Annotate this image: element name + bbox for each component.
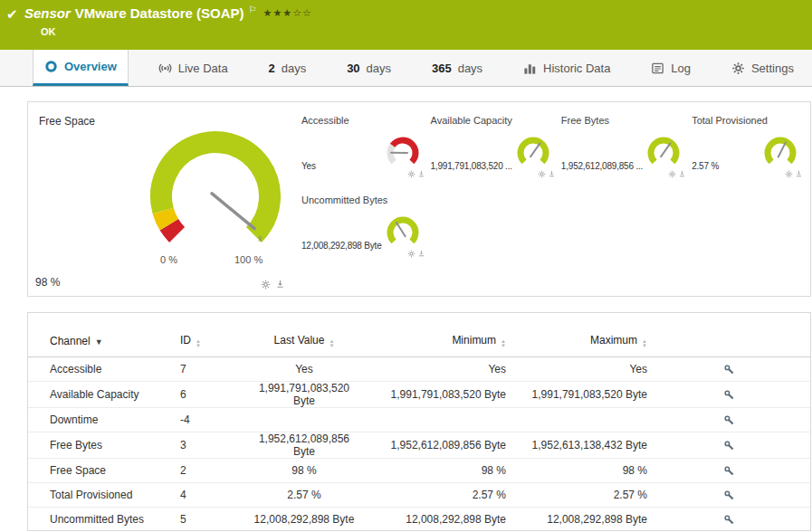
flag-icon[interactable]: ⚐ bbox=[249, 5, 257, 14]
tab-settings[interactable]: Settings bbox=[721, 50, 805, 86]
tab-log[interactable]: Log bbox=[640, 50, 702, 86]
col-label: Last Value bbox=[274, 334, 325, 347]
gauge-settings-icon[interactable] bbox=[538, 170, 546, 178]
gauge-settings-icon bbox=[538, 170, 546, 178]
mini-gauges: Accessible Yes Available Capacity 1,991,… bbox=[300, 102, 810, 296]
pin-icon[interactable] bbox=[417, 250, 425, 258]
channel-settings-icon bbox=[723, 389, 735, 401]
channel-name[interactable]: Free Space bbox=[28, 458, 180, 482]
tab-number: 365 bbox=[432, 62, 452, 75]
channel-maximum: 2.57 % bbox=[506, 482, 647, 507]
channel-minimum bbox=[361, 407, 506, 432]
gauge-settings-icon[interactable] bbox=[407, 250, 416, 258]
channel-settings-icon bbox=[723, 514, 735, 526]
col-header-channel[interactable]: Channel▼ bbox=[28, 326, 180, 356]
channel-settings-button[interactable] bbox=[647, 458, 810, 482]
gauge-value: 98 % bbox=[35, 276, 60, 289]
tile-label: Total Provisioned bbox=[692, 115, 803, 126]
channel-row-uncommitted-bytes[interactable]: Uncommitted Bytes 5 12,008,292,898 Byte … bbox=[28, 507, 810, 531]
tile-value: 1,952,612,089,856 ... bbox=[561, 161, 643, 177]
col-header-last-value[interactable]: Last Value▲▼ bbox=[247, 326, 361, 356]
channel-settings-button[interactable] bbox=[647, 432, 810, 458]
total-provisioned-gauge[interactable] bbox=[759, 134, 803, 177]
channel-settings-button[interactable] bbox=[647, 507, 810, 531]
channel-name[interactable]: Uncommitted Bytes bbox=[28, 507, 180, 531]
object-kind-label: Sensor bbox=[24, 5, 71, 21]
channel-row-available-capacity[interactable]: Available Capacity 6 1,991,791,083,520 B… bbox=[28, 381, 810, 407]
channel-settings-button[interactable] bbox=[647, 381, 810, 407]
channel-name[interactable]: Available Capacity bbox=[28, 381, 180, 407]
uncommitted-bytes-gauge[interactable] bbox=[382, 214, 425, 257]
tile-value: Yes bbox=[301, 161, 382, 177]
pin-icon bbox=[795, 170, 803, 178]
gauge-settings-icon bbox=[407, 250, 416, 258]
pin-icon[interactable] bbox=[275, 280, 285, 290]
channel-row-free-bytes[interactable]: Free Bytes 3 1,952,612,089,856 Byte 1,95… bbox=[28, 432, 810, 458]
priority-stars[interactable]: ★★★☆☆ bbox=[263, 7, 312, 19]
tab-label: Historic Data bbox=[543, 62, 610, 75]
tab-365-days[interactable]: 365days bbox=[421, 50, 493, 86]
tab-live-data[interactable]: Live Data bbox=[148, 50, 239, 86]
tab-historic-data[interactable]: Historic Data bbox=[512, 50, 621, 86]
pin-icon[interactable] bbox=[678, 170, 686, 178]
channel-maximum: 1,952,613,138,432 Byte bbox=[506, 432, 647, 458]
pin-icon[interactable] bbox=[795, 170, 803, 178]
channel-row-total-provisioned[interactable]: Total Provisioned 4 2.57 % 2.57 % 2.57 % bbox=[28, 482, 810, 507]
free-bytes-gauge[interactable] bbox=[643, 134, 686, 177]
pin-icon[interactable] bbox=[417, 170, 425, 178]
tab-label: Overview bbox=[64, 60, 117, 73]
channel-row-accessible[interactable]: Accessible 7 Yes Yes Yes bbox=[28, 356, 810, 381]
channel-settings-button[interactable] bbox=[647, 407, 810, 432]
channel-name[interactable]: Total Provisioned bbox=[28, 482, 180, 507]
channel-name[interactable]: Accessible bbox=[28, 356, 180, 381]
channel-settings-icon bbox=[723, 414, 735, 426]
gauge-settings-icon[interactable] bbox=[668, 170, 676, 178]
channel-minimum: 2.57 % bbox=[361, 482, 506, 507]
tile-action-icons bbox=[785, 170, 803, 178]
channel-id: -4 bbox=[180, 407, 247, 432]
col-label: Channel bbox=[50, 335, 91, 347]
channel-settings-icon bbox=[723, 489, 735, 501]
main-gauge-free-space: Free Space 0 % 100 % x̄ 98 % bbox=[28, 102, 300, 296]
sensor-title: VMware Datastore (SOAP) bbox=[75, 5, 244, 21]
table-header-row: Channel▼ ID▲▼ Last Value▲▼ Minimum▲▼ Max… bbox=[28, 326, 810, 356]
channel-id: 7 bbox=[180, 356, 247, 381]
channel-row-downtime[interactable]: Downtime -4 bbox=[28, 407, 810, 432]
channel-settings-button[interactable] bbox=[647, 482, 810, 507]
accessible-gauge[interactable] bbox=[382, 134, 425, 177]
free-space-gauge[interactable] bbox=[129, 122, 301, 258]
gauge-settings-icon[interactable] bbox=[261, 280, 271, 290]
channel-row-free-space[interactable]: Free Space 2 98 % 98 % 98 % bbox=[28, 458, 810, 482]
channel-id: 3 bbox=[180, 432, 247, 458]
col-header-minimum[interactable]: Minimum▲▼ bbox=[361, 326, 506, 356]
tab-overview[interactable]: Overview bbox=[33, 50, 129, 86]
channel-last-value: 1,952,612,089,856 Byte bbox=[247, 432, 361, 458]
channel-last-value: 12,008,292,898 Byte bbox=[247, 507, 361, 531]
gauge-settings-icon bbox=[261, 280, 271, 290]
col-header-maximum[interactable]: Maximum▲▼ bbox=[506, 326, 647, 356]
col-header-id[interactable]: ID▲▼ bbox=[180, 326, 247, 356]
pin-icon[interactable] bbox=[548, 170, 556, 178]
channel-id: 6 bbox=[180, 381, 247, 407]
tile-label: Uncommitted Bytes bbox=[301, 195, 425, 205]
channel-last-value: 1,991,791,083,520 Byte bbox=[247, 381, 361, 407]
tab-30-days[interactable]: 30days bbox=[336, 50, 402, 86]
tab-number: 2 bbox=[269, 62, 275, 75]
tile-row: 2.57 % bbox=[692, 134, 803, 177]
gauge-settings-icon[interactable] bbox=[785, 170, 793, 178]
tab-2-days[interactable]: 2days bbox=[258, 50, 318, 86]
gauge-tile-uncommitted-bytes: Uncommitted Bytes 12,008,292,898 Byte bbox=[301, 191, 425, 271]
channel-maximum: 1,991,791,083,520 Byte bbox=[506, 381, 647, 407]
tile-label: Available Capacity bbox=[431, 115, 556, 126]
pin-icon bbox=[417, 170, 425, 178]
tile-action-icons bbox=[407, 250, 425, 258]
gauge-settings-icon[interactable] bbox=[407, 170, 416, 178]
channel-name[interactable]: Downtime bbox=[28, 407, 180, 432]
channel-settings-button[interactable] bbox=[647, 356, 810, 381]
channel-name[interactable]: Free Bytes bbox=[28, 432, 180, 458]
available-capacity-gauge[interactable] bbox=[512, 134, 556, 177]
channel-minimum: 98 % bbox=[361, 458, 506, 482]
pin-icon bbox=[678, 170, 686, 178]
channel-id: 5 bbox=[180, 507, 247, 531]
overview-icon bbox=[44, 60, 58, 73]
